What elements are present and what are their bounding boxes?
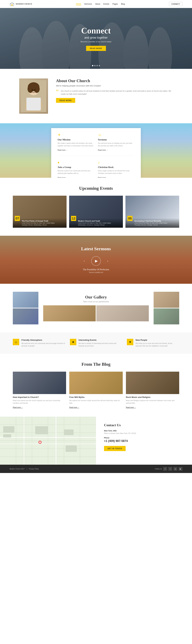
star-icon: ★ bbox=[72, 340, 74, 344]
mission-icon-3: ♦ bbox=[58, 160, 94, 164]
blog-image-1 bbox=[13, 372, 66, 394]
mission-read-more-4[interactable]: Read more → bbox=[98, 177, 108, 178]
gallery-center-images bbox=[43, 305, 149, 321]
contact-get-in-touch-button[interactable]: GET IN TOUCH bbox=[104, 446, 126, 451]
contact-location-label: New York, USA bbox=[104, 430, 184, 432]
about-image-wrapper bbox=[19, 78, 48, 114]
mission-read-more-2[interactable]: Read more → bbox=[98, 149, 108, 151]
logo: MODERN CHURCH bbox=[9, 2, 32, 6]
sermons-section: Latest Sermons ‹ ▶ › The Possibility Of … bbox=[0, 236, 192, 284]
about-title: About Our Church bbox=[56, 78, 173, 83]
feature-content-2: Interesting Events We have a variety of … bbox=[79, 339, 122, 347]
blog-post-title-3: Rock Music and Religion bbox=[126, 396, 179, 398]
blog-card-2: Free Will Myths We explore the common my… bbox=[69, 372, 123, 408]
blog-read-more-3[interactable]: Read more → bbox=[126, 406, 136, 408]
mission-item-4: ♪ Christian Rock Every single contact to… bbox=[98, 160, 134, 178]
mission-item-2: ☺ Sermons Our sermons focus on helping y… bbox=[98, 133, 134, 151]
contact-map bbox=[0, 417, 96, 465]
nav-about[interactable]: About bbox=[95, 3, 100, 5]
feature-text-1: We welcome all to our community and enco… bbox=[21, 342, 65, 347]
logo-text: MODERN CHURCH bbox=[16, 3, 32, 5]
gallery-subtitle: Take a look at our parishioners bbox=[43, 300, 149, 303]
blog-post-text-1: Read more about how the church impacts y… bbox=[13, 399, 66, 404]
svg-rect-2 bbox=[11, 4, 12, 6]
about-read-more-button[interactable]: READ MORE bbox=[56, 98, 75, 103]
feature-2: ★ Interesting Events We have a variety o… bbox=[70, 339, 122, 347]
nav-home[interactable]: Home bbox=[76, 3, 81, 5]
mission-section: ☀ Our Mission We create a space where al… bbox=[0, 123, 192, 178]
footer-left: Modern Church 2017 | Privacy Policy bbox=[9, 468, 39, 470]
mission-title-3: Join a Group bbox=[58, 166, 94, 168]
svg-point-13 bbox=[27, 85, 33, 93]
features-section: ⌂ Friendly Atmosphere We welcome all to … bbox=[0, 332, 192, 354]
mission-icon-2: ☺ bbox=[98, 133, 134, 137]
sermons-title: Latest Sermons bbox=[81, 246, 111, 252]
nav-pages[interactable]: Pages bbox=[113, 3, 118, 5]
gallery-title: Our Gallery bbox=[43, 295, 149, 300]
heart-icon: ♥ bbox=[129, 340, 131, 344]
gallery-img-left-1 bbox=[13, 292, 38, 308]
event-time-2: Wednesday 1:00 pm to, Tuesday 8:00 pm bbox=[78, 224, 121, 226]
contact-title: Contact Us bbox=[104, 423, 184, 427]
nav-links: Home Sermons About Events Pages Blog bbox=[76, 3, 125, 5]
sermons-player: ‹ ▶ › bbox=[84, 256, 108, 266]
blog-read-more-2[interactable]: Read more → bbox=[69, 406, 79, 408]
blog-title: From The Blog bbox=[13, 362, 179, 367]
twitter-icon[interactable]: t bbox=[168, 467, 172, 471]
event-meta-2: Local Church 222 Main St, New York, Unit… bbox=[78, 222, 121, 224]
mission-title-1: Our Mission bbox=[58, 138, 94, 141]
map-svg bbox=[0, 417, 96, 465]
blog-image-2 bbox=[69, 372, 123, 394]
about-subtitle: We're helping people reconnect with the … bbox=[56, 84, 173, 87]
youtube-icon[interactable]: ▶ bbox=[179, 467, 183, 471]
navigation: MODERN CHURCH Home Sermons About Events … bbox=[0, 0, 192, 8]
hero-dot-2[interactable] bbox=[94, 65, 96, 66]
about-quote-text: Our church is a perfect place for all lo… bbox=[61, 90, 173, 96]
event-meta-1: Local Church 222 Main St, New York, Unit… bbox=[22, 222, 65, 224]
event-overlay-2: 12 Modern Church and Youth Local Church … bbox=[69, 218, 123, 228]
footer-follow-label: Follow Us bbox=[155, 468, 162, 470]
nav-blog[interactable]: Blog bbox=[121, 3, 125, 5]
mission-read-more-1[interactable]: Read more → bbox=[58, 149, 67, 151]
event-date-1: 07 bbox=[15, 216, 20, 221]
event-name-2: Modern Church and Youth bbox=[78, 220, 121, 222]
event-overlay-1: 07 The Five Points of Gospel Truth Local… bbox=[13, 218, 67, 228]
blog-section: From The Blog How Important Is Church? R… bbox=[0, 354, 192, 417]
event-date-2: 12 bbox=[71, 216, 76, 221]
hero-dot-3[interactable] bbox=[96, 65, 98, 66]
sermons-next-button[interactable]: › bbox=[107, 259, 108, 263]
gallery-img-left-2 bbox=[13, 308, 38, 324]
svg-rect-36 bbox=[64, 430, 74, 435]
event-overlay-3: 05 Developing A Spiritual Mentality Loca… bbox=[125, 218, 179, 228]
blog-post-title-2: Free Will Myths bbox=[69, 396, 123, 398]
quote-mark: " bbox=[56, 89, 59, 95]
event-name-1: The Five Points of Gospel Truth bbox=[22, 220, 65, 222]
event-card-1: 07 The Five Points of Gospel Truth Local… bbox=[13, 196, 67, 228]
gallery-left-images bbox=[13, 292, 38, 324]
mission-card: ☀ Our Mission We create a space where al… bbox=[51, 128, 141, 178]
nav-events[interactable]: Events bbox=[103, 3, 109, 5]
svg-point-14 bbox=[34, 85, 40, 93]
feature-content-1: Friendly Atmosphere We welcome all to ou… bbox=[21, 339, 65, 347]
feature-title-1: Friendly Atmosphere bbox=[21, 339, 65, 341]
sermon-title: The Possibility Of Perfection bbox=[83, 268, 109, 271]
facebook-icon[interactable]: f bbox=[163, 467, 167, 471]
contact-phone: +1 (409) 987-5874 bbox=[104, 439, 184, 443]
hero-dot-1[interactable] bbox=[92, 65, 93, 66]
gallery-img-center-2 bbox=[96, 305, 149, 321]
hero-dot-4[interactable] bbox=[99, 65, 100, 66]
connect-button[interactable]: CONNECT bbox=[169, 2, 183, 6]
hero-read-more-button[interactable]: READ MORE bbox=[86, 46, 106, 51]
hero-section: Connect and grow together Become a membe… bbox=[0, 8, 192, 69]
blog-image-3 bbox=[126, 372, 179, 394]
footer-privacy-link[interactable]: Privacy Policy bbox=[29, 468, 39, 470]
blog-read-more-1[interactable]: Read more → bbox=[13, 406, 23, 408]
sermons-prev-button[interactable]: ‹ bbox=[84, 259, 85, 263]
nav-sermons[interactable]: Sermons bbox=[84, 3, 92, 5]
blog-card-1: How Important Is Church? Read more about… bbox=[13, 372, 66, 408]
mission-read-more-3[interactable]: Read more → bbox=[58, 177, 67, 178]
linkedin-icon[interactable]: in bbox=[174, 467, 177, 471]
sermons-play-button[interactable]: ▶ bbox=[91, 256, 101, 266]
gallery-img-right-1 bbox=[154, 292, 179, 308]
about-quote: " Our church is a perfect place for all … bbox=[56, 90, 173, 96]
